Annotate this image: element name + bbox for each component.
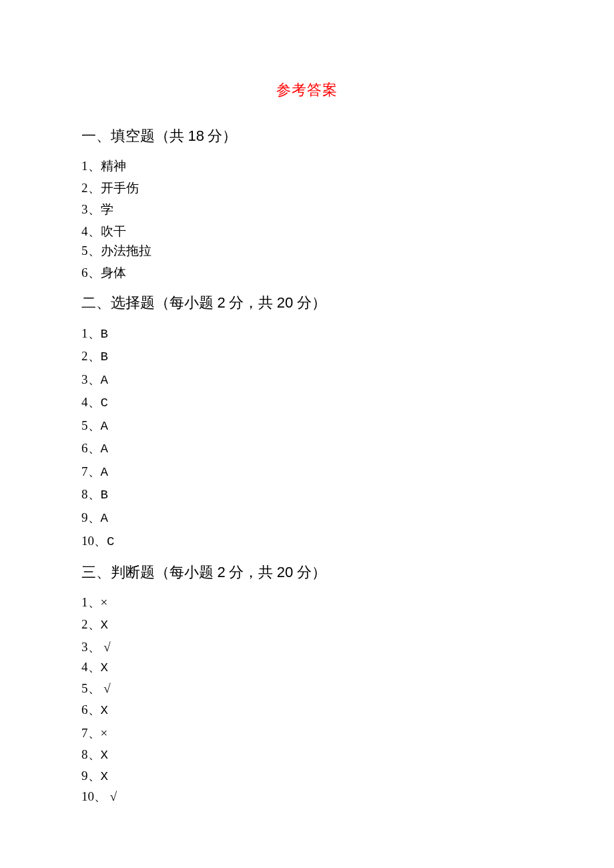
item-index: 3、 [81,372,101,386]
answer-item: 10、C [81,532,535,552]
heading-points: 18 [188,127,204,144]
answer-item: 9、X [81,767,535,787]
item-index: 5、 [81,244,101,258]
answer-item: 10、 √ [81,787,535,806]
item-value: A [101,465,108,480]
answer-item: 5、A [81,416,535,436]
heading-mid: 分，共 [226,564,277,580]
item-index: 6、 [81,266,101,280]
item-value: X [101,661,108,675]
heading-total-points: 20 [277,564,293,580]
item-index: 2、 [81,617,101,631]
answer-item: 2、开手伤 [81,179,535,197]
item-index: 2、 [81,181,101,195]
answer-item: 7、A [81,462,535,482]
heading-per-points: 2 [218,564,226,580]
item-value: B [101,350,108,364]
item-value: 身体 [101,266,126,280]
item-value: X [101,769,108,784]
item-index: 5、 [81,681,103,695]
answer-item: 3、 √ [81,638,535,657]
item-value: C [107,534,114,549]
item-value: √ [103,681,110,695]
item-value: B [101,488,108,502]
item-value: 开手伤 [101,181,139,195]
item-index: 10、 [81,789,110,803]
item-value: × [101,595,108,609]
heading-per-points: 2 [218,294,226,311]
item-index: 7、 [81,726,101,740]
answer-item: 4、C [81,393,535,413]
item-value: √ [103,640,110,654]
answer-item: 2、X [81,615,535,635]
item-value: 精神 [101,159,126,173]
item-value: C [101,396,108,410]
item-value: × [101,726,108,740]
item-index: 3、 [81,202,101,216]
item-index: 4、 [81,224,101,238]
item-index: 8、 [81,747,101,761]
answer-item: 1、× [81,593,535,612]
heading-suffix: 分） [293,294,326,311]
answer-item: 5、办法拖拉 [81,242,535,260]
answer-item: 9、A [81,508,535,528]
item-index: 8、 [81,487,101,501]
answer-item: 7、× [81,724,535,743]
item-index: 7、 [81,464,101,478]
answer-item: 1、B [81,324,535,344]
item-index: 9、 [81,510,101,524]
answer-item: 2、B [81,347,535,367]
item-value: A [101,442,108,456]
item-index: 1、 [81,326,101,340]
item-index: 6、 [81,441,101,455]
section-heading-choice: 二、选择题（每小题 2 分，共 20 分） [81,291,535,314]
answer-item: 8、B [81,485,535,505]
item-value: X [101,703,108,718]
heading-prefix: 一、填空题（共 [81,127,188,144]
item-index: 1、 [81,595,101,609]
heading-suffix: 分） [204,127,238,144]
item-index: 4、 [81,395,101,409]
answer-item: 4、吹干 [81,222,535,241]
answer-item: 5、 √ [81,679,535,698]
item-index: 5、 [81,418,101,432]
item-index: 6、 [81,703,101,717]
item-index: 1、 [81,159,101,173]
item-index: 9、 [81,769,101,783]
answer-item: 3、A [81,370,535,390]
heading-prefix: 三、判断题（每小题 [81,564,218,580]
answer-item: 6、X [81,701,535,721]
heading-prefix: 二、选择题（每小题 [81,294,218,311]
section-heading-fill-in: 一、填空题（共 18 分） [81,124,535,147]
item-index: 2、 [81,349,101,363]
document-page: 参考答案 一、填空题（共 18 分） 1、精神 2、开手伤 3、学 4、吹干 5… [0,0,614,868]
answer-item: 6、A [81,439,535,459]
heading-mid: 分，共 [226,294,277,311]
item-value: 办法拖拉 [101,244,151,258]
item-value: X [101,748,108,763]
answer-item: 3、学 [81,200,535,219]
item-value: B [101,327,108,342]
answer-item: 4、X [81,658,535,678]
heading-suffix: 分） [293,564,326,580]
answer-item: 1、精神 [81,157,535,175]
item-value: 吹干 [101,224,126,238]
item-index: 4、 [81,660,101,674]
page-title: 参考答案 [0,80,614,100]
item-value: 学 [101,202,113,216]
answer-item: 8、X [81,745,535,765]
heading-total-points: 20 [277,294,293,311]
section-heading-judgement: 三、判断题（每小题 2 分，共 20 分） [81,560,535,584]
item-value: X [101,618,108,632]
item-value: A [101,419,108,434]
document-content: 一、填空题（共 18 分） 1、精神 2、开手伤 3、学 4、吹干 5、办法拖拉… [81,124,535,806]
item-value: √ [110,789,117,803]
item-value: A [101,511,108,526]
answer-item: 6、身体 [81,264,535,282]
item-index: 10、 [81,534,107,548]
item-index: 3、 [81,640,103,654]
item-value: A [101,373,108,388]
